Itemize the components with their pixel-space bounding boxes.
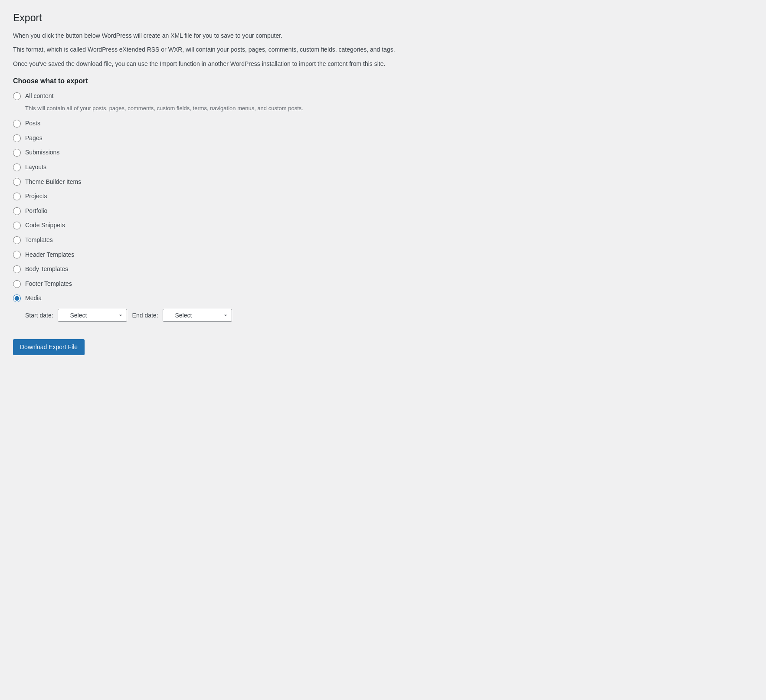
end-date-select[interactable]: — Select — xyxy=(163,309,232,322)
option-layouts[interactable]: Layouts xyxy=(13,163,753,172)
radio-all-content[interactable] xyxy=(13,92,21,100)
label-media: Media xyxy=(25,294,42,303)
option-portfolio[interactable]: Portfolio xyxy=(13,207,753,216)
download-export-button[interactable]: Download Export File xyxy=(13,339,85,355)
label-portfolio: Portfolio xyxy=(25,207,47,216)
radio-media[interactable] xyxy=(13,294,21,302)
export-form: All content This will contain all of you… xyxy=(13,92,753,355)
label-all-content: All content xyxy=(25,92,53,101)
all-content-description: This will contain all of your posts, pag… xyxy=(25,104,753,113)
option-pages[interactable]: Pages xyxy=(13,134,753,143)
label-layouts: Layouts xyxy=(25,163,46,172)
option-body-templates[interactable]: Body Templates xyxy=(13,265,753,274)
label-pages: Pages xyxy=(25,134,43,143)
radio-code-snippets[interactable] xyxy=(13,222,21,229)
label-posts: Posts xyxy=(25,119,40,128)
label-header-templates: Header Templates xyxy=(25,251,74,259)
radio-header-templates[interactable] xyxy=(13,251,21,258)
option-all-content[interactable]: All content xyxy=(13,92,753,101)
option-posts[interactable]: Posts xyxy=(13,119,753,128)
label-footer-templates: Footer Templates xyxy=(25,280,72,288)
radio-footer-templates[interactable] xyxy=(13,280,21,288)
option-projects[interactable]: Projects xyxy=(13,192,753,201)
option-footer-templates[interactable]: Footer Templates xyxy=(13,280,753,288)
option-code-snippets[interactable]: Code Snippets xyxy=(13,221,753,230)
description-3: Once you've saved the download file, you… xyxy=(13,59,753,69)
label-theme-builder-items: Theme Builder Items xyxy=(25,178,81,186)
option-header-templates[interactable]: Header Templates xyxy=(13,251,753,259)
end-date-group: End date: — Select — ▼ xyxy=(132,309,232,322)
label-projects: Projects xyxy=(25,192,47,201)
radio-pages[interactable] xyxy=(13,134,21,142)
start-date-group: Start date: — Select — ▼ xyxy=(25,309,127,322)
label-submissions: Submissions xyxy=(25,148,59,157)
option-templates[interactable]: Templates xyxy=(13,236,753,245)
choose-export-heading: Choose what to export xyxy=(13,77,753,85)
start-date-label: Start date: xyxy=(25,312,53,319)
radio-posts[interactable] xyxy=(13,120,21,128)
page-title: Export xyxy=(13,12,753,24)
description-1: When you click the button below WordPres… xyxy=(13,31,753,40)
label-code-snippets: Code Snippets xyxy=(25,221,65,230)
start-date-select[interactable]: — Select — xyxy=(58,309,127,322)
radio-projects[interactable] xyxy=(13,193,21,200)
option-theme-builder-items[interactable]: Theme Builder Items xyxy=(13,178,753,186)
option-media[interactable]: Media xyxy=(13,294,753,303)
radio-theme-builder-items[interactable] xyxy=(13,178,21,186)
radio-templates[interactable] xyxy=(13,236,21,244)
label-body-templates: Body Templates xyxy=(25,265,68,274)
end-date-label: End date: xyxy=(132,312,158,319)
media-date-options: Start date: — Select — ▼ End date: — Sel… xyxy=(25,309,753,322)
description-block: When you click the button below WordPres… xyxy=(13,31,753,69)
radio-layouts[interactable] xyxy=(13,164,21,171)
radio-submissions[interactable] xyxy=(13,149,21,157)
radio-body-templates[interactable] xyxy=(13,265,21,273)
description-2: This format, which is called WordPress e… xyxy=(13,45,753,54)
label-templates: Templates xyxy=(25,236,53,245)
option-submissions[interactable]: Submissions xyxy=(13,148,753,157)
radio-portfolio[interactable] xyxy=(13,207,21,215)
